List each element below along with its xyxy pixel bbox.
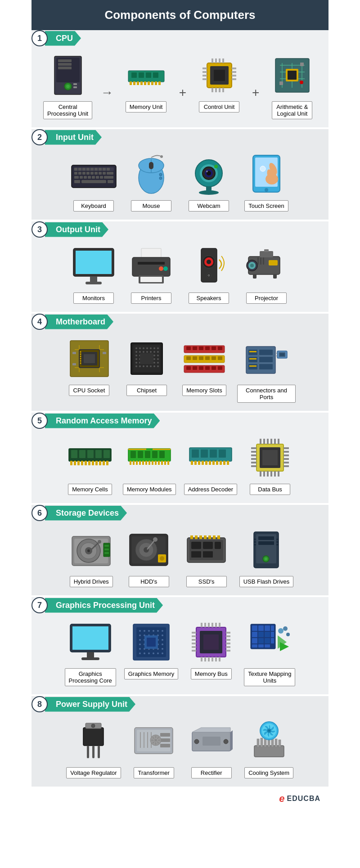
svg-rect-328 [104,552,109,554]
svg-rect-50 [288,71,297,80]
svg-rect-470 [160,744,170,747]
ssd-icon [182,527,231,572]
svg-rect-13 [153,72,158,78]
item-alu: Arithmetic &Logical Unit [267,53,317,119]
svg-rect-343 [191,551,201,558]
svg-rect-260 [159,451,165,458]
educba-e-icon: e [279,793,284,805]
svg-rect-308 [270,439,272,444]
svg-rect-206 [218,346,222,350]
svg-rect-18 [144,81,146,85]
svg-point-165 [139,351,141,353]
svg-rect-444 [252,638,257,643]
svg-rect-341 [203,542,213,549]
svg-marker-479 [230,730,233,751]
svg-rect-307 [267,439,269,444]
svg-rect-309 [274,439,276,444]
item-transformer: Transformer [129,719,179,778]
item-touch-screen: Touch Screen [242,152,291,211]
cpu-items-row: CentralProcessing Unit → [32,53,328,119]
svg-point-170 [157,351,159,353]
svg-rect-490 [279,740,281,747]
svg-rect-349 [208,535,211,539]
svg-point-494 [268,730,270,732]
svg-point-123 [207,260,211,264]
svg-rect-34 [212,58,213,63]
svg-rect-416 [192,650,196,652]
svg-point-461 [91,724,95,728]
section-label-psu: Power Supply Unit [45,697,135,712]
svg-rect-16 [137,81,139,85]
rectifier-icon [187,719,236,764]
svg-rect-19 [148,81,150,85]
svg-point-401 [144,652,145,654]
svg-rect-296 [251,458,256,460]
svg-marker-478 [192,728,230,732]
svg-point-183 [153,358,155,360]
svg-rect-287 [220,461,222,465]
educba-text: EDUCBA [287,795,320,803]
svg-rect-58 [82,168,86,171]
svg-rect-41 [222,88,224,92]
item-monitor: Monitors [69,244,118,304]
svg-rect-265 [142,461,144,465]
svg-rect-35 [215,58,217,63]
svg-rect-211 [205,356,210,360]
svg-rect-413 [192,639,196,641]
svg-rect-26 [202,67,207,69]
svg-rect-14 [130,81,132,85]
svg-rect-459 [92,746,94,758]
svg-point-372 [148,630,150,632]
svg-rect-294 [251,451,256,453]
cpu-tower-label: CentralProcessing Unit [43,101,92,119]
svg-rect-29 [202,78,207,80]
svg-rect-71 [99,172,102,175]
section-number-3: 3 [32,221,48,238]
svg-point-164 [135,351,137,353]
plus-2: + [252,85,259,100]
svg-rect-238 [79,450,86,458]
svg-rect-430 [204,657,206,661]
item-memory-unit: Memory Unit [122,53,171,119]
svg-rect-288 [223,461,225,465]
svg-point-363 [265,558,268,561]
section-header-storage: 6 Storage Devices [32,505,328,521]
svg-rect-52 [300,63,304,66]
svg-point-453 [278,628,284,634]
svg-rect-20 [151,81,153,85]
svg-rect-358 [276,541,279,543]
svg-point-107 [266,174,278,184]
svg-rect-258 [145,451,150,458]
svg-rect-246 [85,461,87,465]
svg-rect-67 [82,172,86,175]
svg-rect-245 [81,461,83,465]
hybrid-drive-label: Hybrid Drives [70,576,113,587]
memory-slots-label: Memory Slots [182,385,226,396]
section-gpu: 7 Graphics Processing Unit GraphicsProce… [32,597,328,694]
svg-point-381 [162,634,163,636]
svg-point-162 [153,347,155,349]
item-gpu-core: GraphicsProcessing Core [65,620,116,686]
svg-rect-282 [202,461,204,465]
graphics-memory-icon [126,620,176,665]
svg-point-159 [143,347,144,349]
svg-rect-423 [201,623,202,627]
item-rectifier: Rectifier [187,719,236,778]
mouse-label: Mouse [131,200,171,211]
svg-point-108 [260,166,266,171]
graphics-memory-label: Graphics Memory [124,668,179,679]
svg-rect-4 [58,67,72,69]
svg-rect-112 [86,282,102,284]
svg-rect-10 [131,72,137,78]
item-cpu-socket: CPU Socket [64,336,114,403]
section-header-cpu: 1 CPU [32,30,328,46]
svg-rect-284 [209,461,211,465]
projector-label: Projector [246,292,287,304]
svg-rect-312 [263,471,265,477]
svg-rect-361 [258,541,274,545]
svg-rect-131 [260,257,261,265]
item-connectors: Connectors and Ports [237,336,296,403]
section-number-7: 7 [32,597,48,613]
svg-point-117 [163,266,168,271]
svg-rect-347 [199,535,202,539]
